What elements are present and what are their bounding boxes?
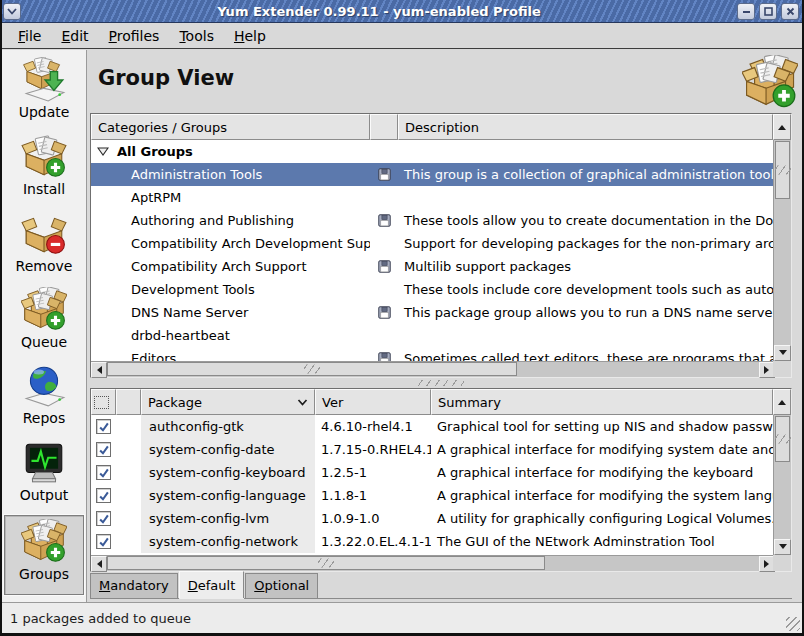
- package-row[interactable]: system-config-keyboard1.2.5-1A graphical…: [91, 461, 773, 484]
- group-tree-row[interactable]: DNS Name ServerThis package group allows…: [91, 301, 773, 324]
- menu-item-tools[interactable]: Tools: [169, 25, 224, 47]
- group-tree-row[interactable]: Authoring and PublishingThese tools allo…: [91, 209, 773, 232]
- package-version-cell: 1.1.8-1: [315, 484, 431, 507]
- group-description-cell: This group is a collection of graphical …: [398, 163, 773, 186]
- group-tree-row[interactable]: Development ToolsThese tools include cor…: [91, 278, 773, 301]
- sidebar-item-queue[interactable]: Queue: [4, 287, 84, 361]
- column-header-categories[interactable]: Categories / Groups: [91, 114, 370, 140]
- group-tree-row[interactable]: Administration ToolsThis group is a coll…: [91, 163, 773, 186]
- sidebar-item-label: Queue: [21, 334, 67, 350]
- sidebar-item-update[interactable]: Update: [4, 57, 84, 131]
- column-header-ver[interactable]: Ver: [315, 389, 431, 415]
- thumb-grip: [775, 166, 791, 175]
- vscrollbar-thumb[interactable]: [775, 141, 790, 199]
- minimize-button[interactable]: [737, 3, 755, 20]
- group-tree-header: Categories / Groups Description: [91, 114, 791, 140]
- close-button[interactable]: [781, 3, 799, 20]
- group-tree-row[interactable]: Compatibility Arch SupportMultilib suppo…: [91, 255, 773, 278]
- package-name-label: system-config-network: [149, 534, 298, 549]
- hscrollbar-track[interactable]: [517, 362, 759, 377]
- group-tree-row[interactable]: All Groups: [91, 140, 773, 163]
- package-row[interactable]: authconfig-gtk4.6.10-rhel4.1Graphical to…: [91, 415, 773, 438]
- group-tree-row[interactable]: AptRPM: [91, 186, 773, 209]
- sidebar-item-output[interactable]: Output: [4, 440, 84, 514]
- titlebar[interactable]: Yum Extender 0.99.11 - yum-enabled Profi…: [0, 0, 804, 23]
- scrollbar-down-button[interactable]: [774, 345, 791, 361]
- thumb-grip: [304, 365, 320, 374]
- column-header-package[interactable]: Package: [141, 389, 315, 415]
- sidebar-item-remove[interactable]: Remove: [4, 211, 84, 285]
- group-tree-hscrollbar[interactable]: [91, 361, 775, 377]
- package-table-hscrollbar[interactable]: [91, 555, 775, 571]
- group-name-cell: Editors: [91, 347, 370, 361]
- package-row[interactable]: system-config-lvm1.0.9-1.0A utility for …: [91, 507, 773, 530]
- menu-item-file[interactable]: File: [8, 25, 51, 47]
- package-row[interactable]: system-config-network1.3.22.0.EL.4.1-1Th…: [91, 530, 773, 553]
- menu-item-edit[interactable]: Edit: [51, 25, 98, 47]
- sidebar-item-install[interactable]: Install: [4, 134, 84, 208]
- group-tree-row[interactable]: Compatibility Arch Development SupportSu…: [91, 232, 773, 255]
- package-status-cell: [116, 484, 141, 507]
- vscrollbar-thumb[interactable]: [775, 416, 790, 462]
- tab-mandatory[interactable]: Mandatory: [90, 573, 178, 598]
- menu-item-help[interactable]: Help: [224, 25, 276, 47]
- group-tree-row[interactable]: drbd-heartbeat: [91, 324, 773, 347]
- sidebar-item-repos[interactable]: Repos: [4, 363, 84, 437]
- group-name-label: AptRPM: [131, 190, 181, 205]
- package-name-label: system-config-language: [149, 488, 306, 503]
- group-name-cell: DNS Name Server: [91, 301, 370, 324]
- scrollbar-top-button[interactable]: [773, 114, 791, 140]
- package-checkbox[interactable]: [96, 442, 111, 457]
- scrollbar-top-button[interactable]: [773, 389, 791, 415]
- group-view-header-icon: [742, 55, 798, 111]
- package-version-label: 1.1.8-1: [321, 488, 367, 503]
- group-tree-row[interactable]: EditorsSometimes called text editors, th…: [91, 347, 773, 361]
- pane-splitter[interactable]: [90, 378, 792, 388]
- window-menu-button[interactable]: [3, 3, 21, 20]
- group-icon-cell: [370, 186, 398, 209]
- scrollbar-down-button[interactable]: [774, 539, 791, 555]
- column-header-icon[interactable]: [370, 114, 398, 140]
- scrollbar-left-button[interactable]: [91, 362, 107, 378]
- menu-item-profiles[interactable]: Profiles: [99, 25, 170, 47]
- sidebar-item-label: Update: [19, 104, 70, 120]
- expander-open-icon[interactable]: [97, 144, 109, 159]
- maximize-button[interactable]: [759, 3, 777, 20]
- hscrollbar-track[interactable]: [545, 556, 759, 571]
- package-checkbox[interactable]: [96, 488, 111, 503]
- scrollbar-left-button[interactable]: [91, 556, 107, 572]
- package-name-cell: system-config-date: [141, 438, 315, 461]
- column-header-summary[interactable]: Summary: [431, 389, 773, 415]
- column-header-status[interactable]: [116, 389, 141, 415]
- window-title: Yum Extender 0.99.11 - yum-enabled Profi…: [23, 4, 735, 19]
- group-description-label: This package group allows you to run a D…: [404, 305, 773, 320]
- sidebar-item-groups[interactable]: Groups: [4, 515, 84, 595]
- hscrollbar-thumb[interactable]: [107, 362, 517, 376]
- package-checkbox[interactable]: [96, 419, 111, 434]
- column-header-checkbox[interactable]: [91, 389, 116, 415]
- thumb-grip: [318, 559, 334, 568]
- group-icon-cell: [370, 347, 398, 361]
- package-version-label: 1.0.9-1.0: [321, 511, 379, 526]
- group-name-cell: Development Tools: [91, 278, 370, 301]
- package-table: Package Ver Summary authconfig-gtk4.6.10…: [90, 388, 792, 572]
- group-icon-cell: [370, 209, 398, 232]
- package-row[interactable]: system-config-date1.7.15-0.RHEL4.1A grap…: [91, 438, 773, 461]
- package-checkbox[interactable]: [96, 534, 111, 549]
- resize-grip[interactable]: [786, 617, 800, 631]
- arrow-left-icon: [93, 366, 102, 374]
- package-status-cell: [116, 507, 141, 530]
- group-name-label: drbd-heartbeat: [131, 328, 230, 343]
- yum-extender-window: Yum Extender 0.99.11 - yum-enabled Profi…: [0, 0, 804, 636]
- group-description-label: These tools include core development too…: [404, 282, 773, 297]
- tab-default[interactable]: Default: [179, 571, 245, 598]
- hscrollbar-thumb[interactable]: [107, 556, 545, 570]
- tab-optional[interactable]: Optional: [245, 573, 318, 598]
- package-table-vscrollbar[interactable]: [773, 415, 791, 555]
- package-checkbox[interactable]: [96, 465, 111, 480]
- group-description-cell: [398, 140, 773, 163]
- package-row[interactable]: system-config-language1.1.8-1A graphical…: [91, 484, 773, 507]
- column-header-description[interactable]: Description: [398, 114, 773, 140]
- group-tree-vscrollbar[interactable]: [773, 140, 791, 361]
- package-checkbox[interactable]: [96, 511, 111, 526]
